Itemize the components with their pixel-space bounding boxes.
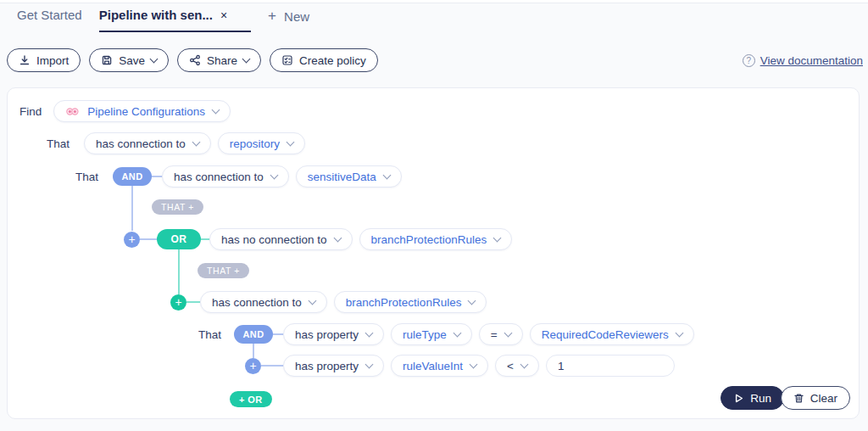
target-label: sensitiveData <box>308 171 376 183</box>
add-condition-button[interactable]: + <box>124 232 140 248</box>
comparator-dropdown[interactable]: = <box>479 323 523 345</box>
target-dropdown[interactable]: repository <box>218 132 305 154</box>
condition-row: That AND has connection to sensitiveData <box>75 165 402 188</box>
pipeline-configurations-icon <box>65 106 80 117</box>
connector-line <box>261 365 283 367</box>
operator-dropdown[interactable]: has property <box>283 355 384 377</box>
find-label: Find <box>19 105 42 118</box>
target-dropdown[interactable]: branchProtectionRules <box>334 291 487 313</box>
tab-get-started[interactable]: Get Started <box>17 8 82 31</box>
operator-label: has no connection to <box>221 233 327 246</box>
operator-dropdown[interactable]: has property <box>283 323 384 345</box>
add-condition-button[interactable]: + <box>170 294 186 311</box>
chevron-down-icon <box>470 360 478 368</box>
operator-label: has property <box>295 360 359 372</box>
share-button[interactable]: Share <box>177 48 261 72</box>
connector-line <box>178 249 180 294</box>
create-policy-button[interactable]: Create policy <box>270 48 378 72</box>
toolbar: Import Save Share Create policy <box>7 48 378 72</box>
view-documentation-link[interactable]: View documentation <box>760 54 863 67</box>
operator-dropdown[interactable]: has connection to <box>84 132 211 154</box>
close-icon[interactable]: × <box>220 8 227 22</box>
property-label: ruleType <box>403 328 447 341</box>
and-label: AND <box>121 171 142 182</box>
tab-label: New <box>284 9 309 24</box>
trash-icon <box>793 393 804 404</box>
share-label: Share <box>207 54 237 67</box>
target-label: repository <box>230 137 280 150</box>
value-label: RequiredCodeReviewers <box>542 328 669 341</box>
add-or-chip[interactable]: + OR <box>230 391 272 407</box>
connector-line <box>152 176 162 177</box>
operator-label: has property <box>295 328 359 341</box>
and-logic-pill[interactable]: AND <box>234 325 273 344</box>
value-dropdown[interactable]: RequiredCodeReviewers <box>530 323 694 345</box>
target-label: branchProtectionRules <box>371 233 487 246</box>
tab-label: Get Started <box>17 8 82 22</box>
connector-line <box>140 238 157 240</box>
add-that-chip[interactable]: THAT + <box>152 199 203 215</box>
chevron-down-icon <box>468 296 476 305</box>
that-label: That <box>75 171 103 183</box>
condition-row: That has connection to repository <box>47 132 305 154</box>
add-that-chip[interactable]: THAT + <box>198 263 249 278</box>
save-label: Save <box>119 54 145 67</box>
clear-button[interactable]: Clear <box>781 386 850 410</box>
condition-row: + has property ruleValueInt < <box>245 355 675 377</box>
and-logic-pill[interactable]: AND <box>113 167 152 186</box>
add-or-label: + OR <box>239 395 263 405</box>
import-button[interactable]: Import <box>7 48 81 72</box>
condition-row: That AND has property ruleType = Require… <box>198 323 694 345</box>
or-logic-pill[interactable]: OR <box>157 229 201 249</box>
property-dropdown[interactable]: ruleValueInt <box>391 355 488 377</box>
save-button[interactable]: Save <box>89 48 169 72</box>
chevron-down-icon <box>308 296 316 305</box>
download-icon <box>19 54 31 66</box>
value-input[interactable] <box>546 355 675 377</box>
clear-label: Clear <box>810 392 837 405</box>
target-dropdown[interactable]: branchProtectionRules <box>359 228 513 250</box>
operator-dropdown[interactable]: has connection to <box>200 291 327 313</box>
chevron-down-icon <box>192 137 200 146</box>
chevron-down-icon <box>453 328 461 337</box>
chevron-down-icon <box>520 360 529 368</box>
operator-dropdown[interactable]: has no connection to <box>209 228 353 250</box>
chevron-down-icon <box>504 328 512 337</box>
operator-label: has connection to <box>174 171 264 183</box>
top-divider <box>0 0 868 3</box>
share-icon <box>189 54 201 66</box>
help-icon: ? <box>743 54 755 67</box>
tab-new[interactable]: + New <box>268 8 309 33</box>
comparator-dropdown[interactable]: < <box>495 355 539 377</box>
and-label: AND <box>242 329 264 339</box>
property-dropdown[interactable]: ruleType <box>391 323 472 345</box>
add-condition-button[interactable]: + <box>245 358 261 374</box>
or-label: OR <box>171 233 187 245</box>
condition-row: + OR has no connection to branchProtecti… <box>124 228 512 250</box>
chevron-down-icon <box>287 137 295 146</box>
chevron-down-icon <box>365 328 374 337</box>
entity-dropdown[interactable]: Pipeline Configurations <box>53 100 231 122</box>
tab-pipeline-with-sen[interactable]: Pipeline with sen... × <box>99 8 251 32</box>
chevron-down-icon <box>270 171 278 179</box>
that-label: That <box>198 328 225 341</box>
add-that-label: THAT + <box>161 202 194 212</box>
chevron-down-icon <box>333 233 342 242</box>
run-button[interactable]: Run <box>721 386 784 410</box>
connector-line <box>186 301 200 303</box>
target-label: branchProtectionRules <box>346 296 462 309</box>
play-icon <box>733 393 744 404</box>
property-label: ruleValueInt <box>403 360 463 372</box>
save-icon <box>101 54 113 66</box>
connector-line <box>201 238 209 240</box>
run-label: Run <box>750 392 771 405</box>
query-builder-panel: Find Pipeline Configurations That has co… <box>7 87 860 419</box>
connector-line <box>273 333 283 335</box>
operator-dropdown[interactable]: has connection to <box>162 165 289 188</box>
tab-bar: Get Started Pipeline with sen... × + New <box>17 8 309 33</box>
target-dropdown[interactable]: sensitiveData <box>296 165 402 188</box>
find-row: Find Pipeline Configurations <box>19 100 231 122</box>
connector-line <box>131 186 133 231</box>
tab-label: Pipeline with sen... <box>99 8 213 22</box>
condition-row: + has connection to branchProtectionRule… <box>170 291 487 313</box>
